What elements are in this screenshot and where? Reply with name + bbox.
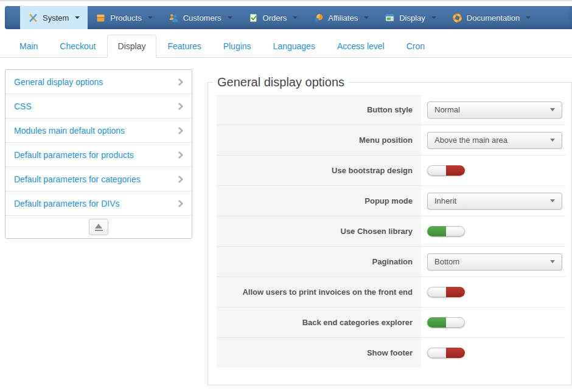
window-icon bbox=[385, 13, 395, 23]
setting-control: Above the main area bbox=[421, 125, 565, 155]
button-style-select[interactable]: Normal bbox=[427, 101, 562, 119]
settings-panel: General display options Button styleNorm… bbox=[208, 75, 572, 385]
setting-control: Bottom bbox=[421, 247, 565, 277]
toggle-off-segment bbox=[446, 348, 465, 358]
sidebar-item-label: General display options bbox=[14, 77, 103, 87]
settings-row-show-footer: Show footer bbox=[217, 337, 565, 368]
sidebar-item-label: Default parameters for products bbox=[14, 150, 134, 160]
sidebar-item-default-parameters-for-categories[interactable]: Default parameters for categories bbox=[5, 167, 192, 191]
sidebar-item-general-display-options[interactable]: General display options bbox=[5, 70, 192, 94]
collapse-menu-button[interactable] bbox=[89, 219, 108, 235]
settings-row-popup-mode: Popup modeInherit bbox=[217, 185, 565, 216]
nav-item-documentation[interactable]: Documentation bbox=[444, 6, 539, 29]
nav-item-label: Products bbox=[110, 13, 141, 22]
popup-mode-select[interactable]: Inherit bbox=[427, 193, 562, 210]
sidebar-item-modules-main-default-options[interactable]: Modules main default options bbox=[5, 119, 192, 143]
toggle-on-segment bbox=[427, 317, 446, 328]
use-bootstrap-design-toggle[interactable] bbox=[427, 165, 465, 176]
tools-icon bbox=[28, 13, 38, 23]
nav-item-label: Display bbox=[399, 13, 425, 22]
chevron-down-icon bbox=[526, 16, 531, 19]
nav-item-system[interactable]: System bbox=[20, 6, 88, 29]
settings-row-use-bootstrap-design: Use bootstrap design bbox=[217, 155, 565, 185]
toggle-handle bbox=[446, 226, 465, 236]
toggle-handle bbox=[427, 165, 446, 176]
sidebar-item-label: Modules main default options bbox=[14, 126, 125, 136]
tab-access-level[interactable]: Access level bbox=[326, 35, 396, 58]
nav-item-products[interactable]: Products bbox=[88, 6, 160, 29]
nav-item-affiliates[interactable]: Affiliates bbox=[305, 6, 377, 29]
main-navbar: SystemProductsCustomersOrdersAffiliatesD… bbox=[5, 6, 572, 29]
sidebar-item-default-parameters-for-divs[interactable]: Default parameters for DIVs bbox=[5, 191, 192, 216]
sidebar-item-css[interactable]: CSS bbox=[5, 94, 192, 119]
toggle-off-segment bbox=[446, 165, 465, 176]
toggle-off-segment bbox=[446, 287, 465, 297]
tab-cron[interactable]: Cron bbox=[396, 35, 436, 58]
chevron-down-icon bbox=[148, 16, 153, 19]
nav-item-label: System bbox=[43, 13, 69, 22]
chevron-right-icon bbox=[177, 200, 184, 207]
nav-item-label: Customers bbox=[183, 13, 221, 22]
setting-label: Button style bbox=[217, 95, 421, 125]
affiliate-icon bbox=[313, 13, 324, 23]
toggle-handle bbox=[427, 287, 446, 297]
panel-legend: General display options bbox=[213, 75, 349, 89]
chevron-down-icon bbox=[431, 16, 436, 19]
toggle-handle bbox=[446, 317, 465, 328]
setting-label: Use bootstrap design bbox=[217, 156, 421, 185]
order-icon bbox=[248, 13, 259, 23]
tab-languages[interactable]: Languages bbox=[262, 35, 326, 58]
chevron-down-icon bbox=[75, 16, 80, 19]
chevron-down-icon bbox=[550, 108, 555, 111]
show-footer-toggle[interactable] bbox=[427, 348, 465, 358]
nav-item-customers[interactable]: Customers bbox=[161, 6, 240, 29]
toggle-handle bbox=[427, 348, 446, 358]
box-icon bbox=[96, 13, 106, 23]
setting-label: Show footer bbox=[217, 338, 421, 368]
nav-item-display[interactable]: Display bbox=[377, 6, 444, 29]
chevron-down-icon bbox=[550, 260, 555, 263]
setting-label: Back end categories explorer bbox=[217, 308, 421, 337]
menu-position-select[interactable]: Above the main area bbox=[427, 132, 562, 149]
chevron-right-icon bbox=[177, 127, 184, 134]
back-end-categories-explorer-toggle[interactable] bbox=[427, 317, 465, 328]
chevron-down-icon bbox=[550, 199, 555, 202]
select-value: Bottom bbox=[434, 257, 459, 266]
sidebar-menu: General display optionsCSSModules main d… bbox=[5, 69, 192, 239]
sidebar-item-label: Default parameters for DIVs bbox=[14, 199, 120, 208]
settings-row-pagination: PaginationBottom bbox=[217, 246, 565, 277]
settings-row-button-style: Button styleNormal bbox=[217, 95, 565, 125]
nav-item-label: Affiliates bbox=[328, 13, 358, 22]
settings-row-use-chosen-library: Use Chosen library bbox=[217, 216, 565, 246]
tab-plugins[interactable]: Plugins bbox=[212, 35, 262, 58]
sidebar-item-default-parameters-for-products[interactable]: Default parameters for products bbox=[5, 143, 192, 167]
setting-control bbox=[421, 216, 565, 246]
chevron-right-icon bbox=[177, 176, 184, 183]
chevron-down-icon bbox=[293, 16, 298, 19]
tab-main[interactable]: Main bbox=[9, 35, 49, 58]
tab-bar: MainCheckoutDisplayFeaturesPluginsLangua… bbox=[0, 33, 572, 58]
pagination-select[interactable]: Bottom bbox=[427, 253, 562, 270]
sidebar-item-label: CSS bbox=[14, 101, 32, 111]
nav-item-orders[interactable]: Orders bbox=[240, 6, 306, 29]
tab-features[interactable]: Features bbox=[156, 35, 212, 58]
people-icon bbox=[169, 13, 179, 23]
setting-label: Allow users to print invoices on the fro… bbox=[217, 277, 421, 307]
setting-label: Pagination bbox=[217, 247, 421, 277]
setting-label: Menu position bbox=[217, 125, 421, 155]
nav-item-label: Documentation bbox=[467, 13, 520, 22]
sidebar-item-label: Default parameters for categories bbox=[14, 174, 141, 184]
nav-item-label: Orders bbox=[263, 13, 287, 22]
settings-row-back-end-categories-explorer: Back end categories explorer bbox=[217, 307, 565, 337]
tab-display[interactable]: Display bbox=[107, 35, 157, 58]
chevron-down-icon bbox=[228, 16, 232, 19]
setting-label: Use Chosen library bbox=[217, 216, 421, 246]
chevron-down-icon bbox=[550, 139, 555, 142]
chevron-right-icon bbox=[177, 103, 184, 110]
setting-control: Inherit bbox=[421, 186, 565, 216]
tab-checkout[interactable]: Checkout bbox=[49, 35, 106, 58]
use-chosen-library-toggle[interactable] bbox=[427, 226, 465, 236]
setting-control bbox=[421, 338, 565, 368]
admin-page: SystemProductsCustomersOrdersAffiliatesD… bbox=[0, 0, 572, 392]
allow-users-to-print-invoices-on-the-front-end-toggle[interactable] bbox=[427, 287, 465, 297]
